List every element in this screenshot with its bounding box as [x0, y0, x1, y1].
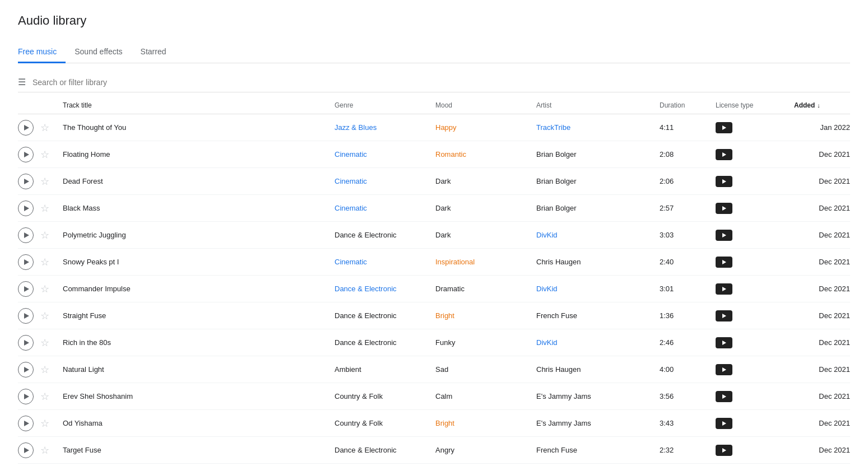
added-cell: Dec 2021 [794, 258, 850, 266]
artist-cell: Chris Haugen [536, 365, 660, 374]
duration-cell: 3:03 [660, 231, 716, 239]
star-button[interactable]: ☆ [40, 283, 49, 295]
mood-cell: Inspirational [435, 258, 536, 266]
track-title-cell: Erev Shel Shoshanim [63, 392, 335, 400]
genre-cell: Dance & Electronic [335, 285, 435, 293]
play-button[interactable] [18, 308, 34, 324]
added-cell: Dec 2021 [794, 204, 850, 212]
star-button[interactable]: ☆ [40, 444, 49, 456]
star-button[interactable]: ☆ [40, 310, 49, 322]
duration-cell: 2:46 [660, 338, 716, 347]
artist-cell: DivKid [536, 285, 660, 293]
star-button[interactable]: ☆ [40, 364, 49, 376]
play-button-cell [18, 416, 40, 431]
star-button[interactable]: ☆ [40, 229, 49, 241]
mood-cell: Dramatic [435, 285, 536, 293]
license-cell [716, 203, 794, 214]
youtube-badge [716, 445, 732, 456]
col-added-header[interactable]: Added ↓ [794, 101, 850, 109]
artist-cell: E's Jammy Jams [536, 419, 660, 427]
track-title-cell: Rich in the 80s [63, 338, 335, 347]
play-button-cell [18, 174, 40, 189]
play-button[interactable] [18, 389, 34, 404]
star-button[interactable]: ☆ [40, 148, 49, 161]
star-button[interactable]: ☆ [40, 337, 49, 349]
star-button-cell: ☆ [40, 364, 63, 376]
duration-cell: 2:06 [660, 177, 716, 185]
license-cell [716, 283, 794, 295]
star-button-cell: ☆ [40, 256, 63, 268]
license-cell [716, 391, 794, 402]
track-title-cell: The Thought of You [63, 123, 335, 132]
youtube-badge [716, 176, 732, 187]
added-cell: Dec 2021 [794, 177, 850, 185]
license-cell [716, 122, 794, 133]
genre-cell: Cinematic [335, 204, 435, 212]
search-input[interactable] [33, 78, 850, 87]
star-button-cell: ☆ [40, 417, 63, 430]
artist-cell: Brian Bolger [536, 177, 660, 185]
play-button[interactable] [18, 147, 34, 162]
play-button[interactable] [18, 174, 34, 189]
track-table: Track title Genre Mood Artist Duration L… [18, 97, 850, 464]
star-button[interactable]: ☆ [40, 256, 49, 268]
table-row: ☆ Commander Impulse Dance & Electronic D… [18, 276, 850, 302]
play-button[interactable] [18, 227, 34, 243]
mood-cell: Calm [435, 392, 536, 400]
license-cell [716, 310, 794, 321]
artist-cell: E's Jammy Jams [536, 392, 660, 400]
genre-cell: Jazz & Blues [335, 123, 435, 132]
genre-cell: Cinematic [335, 177, 435, 185]
table-row: ☆ Dead Forest Cinematic Dark Brian Bolge… [18, 168, 850, 195]
license-cell [716, 445, 794, 456]
license-cell [716, 149, 794, 160]
play-button[interactable] [18, 281, 34, 297]
genre-cell: Country & Folk [335, 392, 435, 400]
tab-free-music[interactable]: Free music [18, 41, 66, 63]
star-button-cell: ☆ [40, 337, 63, 349]
star-button[interactable]: ☆ [40, 175, 49, 188]
track-title-cell: Commander Impulse [63, 285, 335, 293]
play-button[interactable] [18, 442, 34, 458]
genre-cell: Cinematic [335, 258, 435, 266]
play-button[interactable] [18, 201, 34, 216]
star-button[interactable]: ☆ [40, 390, 49, 403]
artist-cell: Brian Bolger [536, 204, 660, 212]
star-button-cell: ☆ [40, 390, 63, 403]
genre-cell: Dance & Electronic [335, 311, 435, 320]
genre-cell: Cinematic [335, 150, 435, 159]
track-title-cell: Straight Fuse [63, 311, 335, 320]
license-cell [716, 176, 794, 187]
play-button[interactable] [18, 416, 34, 431]
sort-arrow-icon: ↓ [817, 102, 820, 109]
added-cell: Dec 2021 [794, 311, 850, 320]
tab-starred[interactable]: Starred [132, 41, 175, 63]
artist-cell: Brian Bolger [536, 150, 660, 159]
artist-cell: French Fuse [536, 446, 660, 454]
play-button[interactable] [18, 362, 34, 378]
star-button-cell: ☆ [40, 229, 63, 241]
youtube-badge [716, 149, 732, 160]
mood-cell: Dark [435, 177, 536, 185]
star-button-cell: ☆ [40, 444, 63, 456]
tab-sound-effects[interactable]: Sound effects [66, 41, 131, 63]
col-artist-header: Artist [536, 101, 660, 109]
mood-cell: Bright [435, 419, 536, 427]
table-row: ☆ Straight Fuse Dance & Electronic Brigh… [18, 302, 850, 329]
filter-icon[interactable]: ☰ [18, 77, 26, 87]
star-button-cell: ☆ [40, 175, 63, 188]
play-button[interactable] [18, 335, 34, 351]
play-button-cell [18, 147, 40, 162]
star-button-cell: ☆ [40, 202, 63, 215]
play-button[interactable] [18, 254, 34, 270]
genre-cell: Dance & Electronic [335, 231, 435, 239]
duration-cell: 3:43 [660, 419, 716, 427]
star-button[interactable]: ☆ [40, 417, 49, 430]
added-cell: Dec 2021 [794, 419, 850, 427]
star-button[interactable]: ☆ [40, 202, 49, 215]
mood-cell: Dark [435, 231, 536, 239]
artist-cell: Chris Haugen [536, 258, 660, 266]
star-button[interactable]: ☆ [40, 122, 49, 134]
play-button[interactable] [18, 120, 34, 136]
license-cell [716, 364, 794, 375]
